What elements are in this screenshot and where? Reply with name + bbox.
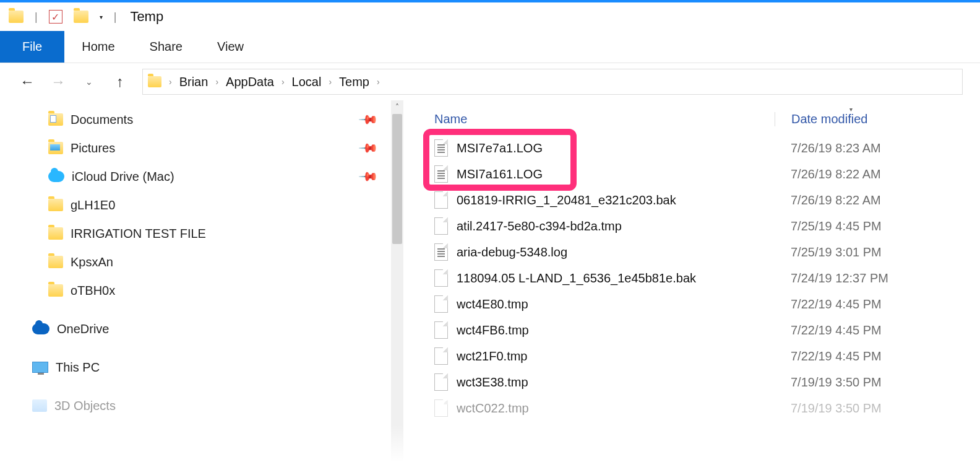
sidebar-group-label: OneDrive [57, 322, 109, 336]
sidebar-item[interactable]: Pictures📌 [0, 134, 391, 162]
file-name: aria-debug-5348.log [457, 245, 567, 259]
file-row[interactable]: wct3E38.tmp7/19/19 3:50 PM [428, 369, 980, 395]
file-name: wct4FB6.tmp [457, 323, 529, 338]
column-headers: Name ▾ Date modified [428, 107, 980, 131]
tab-home[interactable]: Home [64, 31, 132, 63]
file-icon [434, 165, 448, 183]
pin-icon: 📌 [358, 166, 379, 188]
file-icon [434, 217, 448, 235]
sidebar-group[interactable]: This PC [0, 353, 391, 381]
onedrive-icon [32, 323, 49, 334]
file-name: 061819-IRRIG_1_20481_e321c203.bak [457, 193, 676, 207]
sort-descending-icon: ▾ [849, 106, 853, 113]
sidebar-item[interactable]: Documents📌 [0, 105, 391, 134]
file-icon [434, 243, 448, 261]
file-row[interactable]: 061819-IRRIG_1_20481_e321c203.bak7/26/19… [428, 187, 980, 213]
file-row[interactable]: aria-debug-5348.log7/25/19 3:01 PM [428, 239, 980, 265]
folder-icon [48, 227, 63, 240]
recent-locations-button[interactable]: ⌄ [80, 77, 98, 87]
file-row[interactable]: 118094.05 L-LAND_1_6536_1e45b81e.bak7/24… [428, 265, 980, 291]
folder-icon [48, 284, 63, 297]
breadcrumb-item[interactable]: AppData [226, 75, 274, 89]
cloud-icon [48, 171, 64, 182]
sidebar-item[interactable]: KpsxAn [0, 248, 391, 276]
divider: | [35, 11, 38, 24]
file-icon [434, 191, 448, 209]
quick-access-open-icon[interactable] [74, 11, 88, 23]
sidebar-item[interactable]: oTBH0x [0, 276, 391, 305]
back-button[interactable]: ← [19, 73, 36, 90]
up-button[interactable]: ↑ [111, 73, 129, 90]
pics-icon [48, 142, 63, 154]
chevron-right-icon[interactable]: › [376, 77, 381, 87]
tab-file[interactable]: File [0, 31, 64, 63]
file-date: 7/26/19 8:22 AM [775, 193, 881, 207]
sidebar-item-label: oTBH0x [71, 284, 115, 298]
file-date: 7/25/19 4:45 PM [775, 219, 882, 233]
file-date: 7/22/19 4:45 PM [775, 323, 882, 338]
column-header-date[interactable]: ▾ Date modified [775, 112, 980, 126]
scroll-up-arrow-icon[interactable]: ˄ [395, 103, 399, 111]
ribbon-tabs: File Home Share View [0, 31, 980, 63]
file-row[interactable]: wctC022.tmp7/19/19 3:50 PM [428, 395, 980, 421]
sidebar-item[interactable]: iCloud Drive (Mac)📌 [0, 162, 391, 191]
file-name: wct3E38.tmp [457, 375, 528, 390]
sidebar-group[interactable]: OneDrive [0, 315, 391, 343]
tab-share[interactable]: Share [132, 31, 200, 63]
sidebar-item[interactable]: IRRIGATION TEST FILE [0, 219, 391, 248]
navigation-pane: Documents📌Pictures📌iCloud Drive (Mac)📌gL… [0, 100, 391, 462]
sidebar-item-label: Pictures [71, 141, 115, 155]
column-header-date-label: Date modified [791, 112, 867, 126]
breadcrumb-item[interactable]: Local [292, 75, 322, 89]
window-title: Temp [130, 9, 163, 25]
file-row[interactable]: wct4E80.tmp7/22/19 4:45 PM [428, 291, 980, 317]
scrollbar-thumb[interactable] [392, 114, 402, 244]
title-bar: | ✓ ▾ | Temp [0, 0, 980, 31]
file-row[interactable]: wct4FB6.tmp7/22/19 4:45 PM [428, 317, 980, 343]
breadcrumb-item[interactable]: Brian [179, 75, 208, 89]
tab-view[interactable]: View [200, 31, 261, 63]
sidebar-group-label: This PC [56, 360, 100, 375]
file-date: 7/26/19 8:22 AM [775, 167, 881, 181]
file-name: MSI7a161.LOG [457, 167, 543, 181]
forward-button[interactable]: → [49, 73, 67, 90]
breadcrumb-folder-icon [148, 76, 161, 87]
file-date: 7/26/19 8:23 AM [775, 141, 881, 155]
chevron-right-icon[interactable]: › [168, 77, 173, 87]
breadcrumb-item[interactable]: Temp [339, 75, 369, 89]
breadcrumb-bar[interactable]: › Brian › AppData › Local › Temp › [142, 69, 963, 95]
sidebar-group[interactable]: 3D Objects [0, 391, 391, 420]
chevron-right-icon[interactable]: › [214, 77, 220, 87]
scrollbar[interactable]: ˄ [391, 100, 403, 462]
file-name: wct21F0.tmp [457, 349, 527, 364]
file-name: 118094.05 L-LAND_1_6536_1e45b81e.bak [457, 271, 696, 285]
file-row[interactable]: atil.2417-5e80-c394-bd2a.tmp7/25/19 4:45… [428, 213, 980, 239]
pin-icon: 📌 [358, 137, 379, 159]
sidebar-item-label: IRRIGATION TEST FILE [71, 227, 206, 241]
chevron-right-icon[interactable]: › [327, 77, 333, 87]
file-icon [434, 347, 448, 365]
file-icon [434, 139, 448, 157]
docs-icon [48, 113, 63, 126]
file-icon [434, 399, 448, 417]
file-icon [434, 373, 448, 391]
app-folder-icon [9, 11, 24, 23]
file-row[interactable]: MSI7e7a1.LOG7/26/19 8:23 AM [428, 135, 980, 161]
quick-access-properties-icon[interactable]: ✓ [49, 10, 62, 24]
navigation-row: ← → ⌄ ↑ › Brian › AppData › Local › Temp… [0, 63, 980, 100]
sidebar-item[interactable]: gLH1E0 [0, 191, 391, 219]
divider: | [114, 11, 117, 24]
main-content: Documents📌Pictures📌iCloud Drive (Mac)📌gL… [0, 100, 980, 462]
file-row[interactable]: wct21F0.tmp7/22/19 4:45 PM [428, 343, 980, 369]
file-row[interactable]: MSI7a161.LOG7/26/19 8:22 AM [428, 161, 980, 187]
file-name: atil.2417-5e80-c394-bd2a.tmp [457, 219, 622, 233]
file-icon [434, 295, 448, 313]
column-header-name[interactable]: Name [428, 112, 775, 126]
chevron-right-icon[interactable]: › [280, 77, 286, 87]
folder-icon [48, 256, 63, 268]
pin-icon: 📌 [358, 109, 379, 131]
sidebar-group-label: 3D Objects [54, 399, 116, 413]
file-name: wctC022.tmp [457, 401, 529, 416]
quick-access-dropdown-icon[interactable]: ▾ [100, 14, 103, 20]
file-date: 7/22/19 4:45 PM [775, 297, 882, 312]
